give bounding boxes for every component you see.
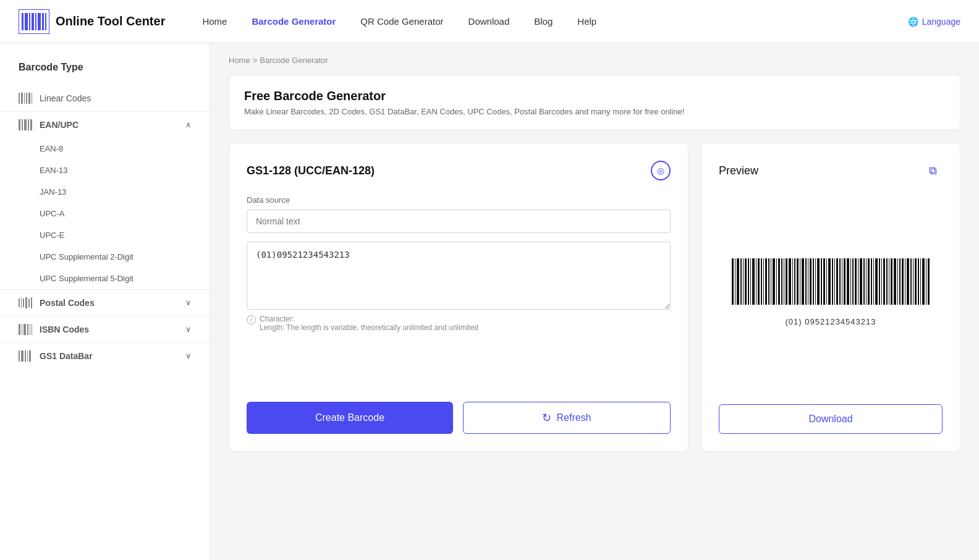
sidebar-sub-item-jan13[interactable]: JAN-13 <box>0 181 210 203</box>
svg-rect-16 <box>22 119 23 130</box>
sidebar-item-linear-codes[interactable]: Linear Codes <box>0 85 210 111</box>
svg-rect-14 <box>32 93 32 104</box>
svg-rect-32 <box>19 350 20 362</box>
sidebar-title: Barcode Type <box>0 56 210 85</box>
svg-rect-88 <box>863 258 865 305</box>
action-buttons: Create Barcode ↻ Refresh <box>247 383 671 434</box>
breadcrumb-sep: > <box>253 56 258 65</box>
barcode-value-textarea[interactable]: (01)09521234543213 <box>247 242 671 310</box>
sidebar-group-header-gs1-databar[interactable]: GS1 DataBar ∨ <box>0 343 210 369</box>
generator-title-row: GS1-128 (UCC/EAN-128) ◎ <box>247 161 671 180</box>
sidebar-group-header-postal-codes[interactable]: Postal Codes ∨ <box>0 290 210 316</box>
download-button[interactable]: Download <box>719 404 943 434</box>
sidebar-sub-item-upce[interactable]: UPC-E <box>0 224 210 246</box>
svg-rect-69 <box>813 258 814 305</box>
svg-rect-70 <box>815 258 816 305</box>
generator-panel: GS1-128 (UCC/EAN-128) ◎ Data source (01)… <box>229 143 689 452</box>
svg-rect-43 <box>745 258 747 305</box>
svg-rect-112 <box>926 258 926 305</box>
svg-rect-113 <box>928 258 930 305</box>
content-area: Home > Barcode Generator Free Barcode Ge… <box>210 43 979 560</box>
svg-rect-23 <box>25 297 27 308</box>
nav-barcode-generator[interactable]: Barcode Generator <box>252 16 336 27</box>
svg-rect-102 <box>899 258 901 305</box>
svg-rect-54 <box>773 258 775 305</box>
svg-rect-13 <box>28 93 30 104</box>
svg-rect-104 <box>905 258 905 305</box>
svg-rect-42 <box>743 258 744 305</box>
gs1-databar-icon <box>19 350 32 362</box>
create-barcode-button[interactable]: Create Barcode <box>247 402 453 434</box>
svg-rect-33 <box>21 350 23 362</box>
svg-rect-49 <box>761 258 762 305</box>
header: Online Tool Center Home Barcode Generato… <box>0 0 979 43</box>
svg-rect-61 <box>792 258 793 305</box>
svg-rect-94 <box>879 258 880 305</box>
char-info-icon: i <box>247 315 256 325</box>
svg-rect-21 <box>21 297 22 308</box>
svg-rect-74 <box>826 258 827 305</box>
data-source-input[interactable] <box>247 210 671 233</box>
svg-rect-18 <box>28 119 29 130</box>
nav-qr-code-generator[interactable]: QR Code Generator <box>360 16 443 27</box>
sidebar-group-header-isbn-codes[interactable]: ISBN Codes ∨ <box>0 316 210 342</box>
postal-codes-icon <box>19 297 32 308</box>
svg-rect-95 <box>881 258 882 305</box>
svg-rect-105 <box>907 258 909 305</box>
nav-blog[interactable]: Blog <box>534 16 553 27</box>
download-label: Download <box>808 414 852 424</box>
isbn-codes-icon <box>19 324 32 335</box>
breadcrumb-home[interactable]: Home <box>229 56 250 65</box>
svg-rect-98 <box>889 258 889 305</box>
svg-rect-41 <box>740 258 742 305</box>
refresh-button[interactable]: ↻ Refresh <box>463 402 671 434</box>
barcode-image <box>732 258 930 311</box>
language-button[interactable]: 🌐 Language <box>908 17 960 27</box>
svg-rect-109 <box>918 258 919 305</box>
logo-icon <box>19 9 49 34</box>
svg-rect-48 <box>758 258 760 305</box>
globe-icon: 🌐 <box>908 17 918 27</box>
sidebar-sub-item-upca[interactable]: UPC-A <box>0 203 210 224</box>
svg-rect-60 <box>789 258 791 305</box>
copy-button[interactable]: ⧉ <box>923 161 943 180</box>
svg-rect-84 <box>852 258 854 305</box>
nav-home[interactable]: Home <box>202 16 227 27</box>
sidebar-sub-item-upc-supp2[interactable]: UPC Supplemental 2-Digit <box>0 246 210 268</box>
sidebar-item-label: Linear Codes <box>40 93 91 103</box>
refresh-label: Refresh <box>556 412 591 423</box>
sidebar-group-gs1-databar: GS1 DataBar ∨ <box>0 342 210 369</box>
char-info-text: Character: Length: The length is variabl… <box>260 315 478 332</box>
svg-rect-38 <box>732 258 734 305</box>
svg-rect-24 <box>28 299 30 307</box>
logo[interactable]: Online Tool Center <box>19 9 165 34</box>
nav-download[interactable]: Download <box>468 16 510 27</box>
svg-rect-17 <box>24 119 27 130</box>
svg-rect-97 <box>886 258 888 305</box>
refresh-icon: ↻ <box>542 411 551 425</box>
breadcrumb: Home > Barcode Generator <box>229 56 960 65</box>
svg-rect-68 <box>810 258 812 305</box>
svg-rect-56 <box>778 258 780 305</box>
sidebar-sub-item-upc-supp5[interactable]: UPC Supplemental 5-Digit <box>0 268 210 289</box>
info-button[interactable]: ◎ <box>651 161 671 180</box>
sidebar-sub-item-ean8[interactable]: EAN-8 <box>0 138 210 159</box>
svg-rect-27 <box>22 324 22 335</box>
svg-rect-108 <box>915 258 917 305</box>
sidebar-sub-item-ean13[interactable]: EAN-13 <box>0 159 210 181</box>
svg-rect-76 <box>832 258 833 305</box>
svg-rect-44 <box>748 258 749 305</box>
svg-rect-106 <box>910 258 912 305</box>
gs1-databar-label: GS1 DataBar <box>40 351 93 361</box>
svg-rect-4 <box>32 13 34 30</box>
sidebar-group-header-ean-upc[interactable]: EAN/UPC ∧ <box>0 112 210 138</box>
svg-rect-35 <box>27 350 28 362</box>
svg-rect-29 <box>27 324 28 335</box>
main-nav: Home Barcode Generator QR Code Generator… <box>202 16 907 27</box>
svg-rect-66 <box>805 258 807 305</box>
svg-rect-2 <box>25 13 28 30</box>
svg-rect-99 <box>891 258 892 305</box>
nav-help[interactable]: Help <box>577 16 596 27</box>
svg-rect-26 <box>19 324 20 335</box>
svg-rect-22 <box>23 299 24 307</box>
